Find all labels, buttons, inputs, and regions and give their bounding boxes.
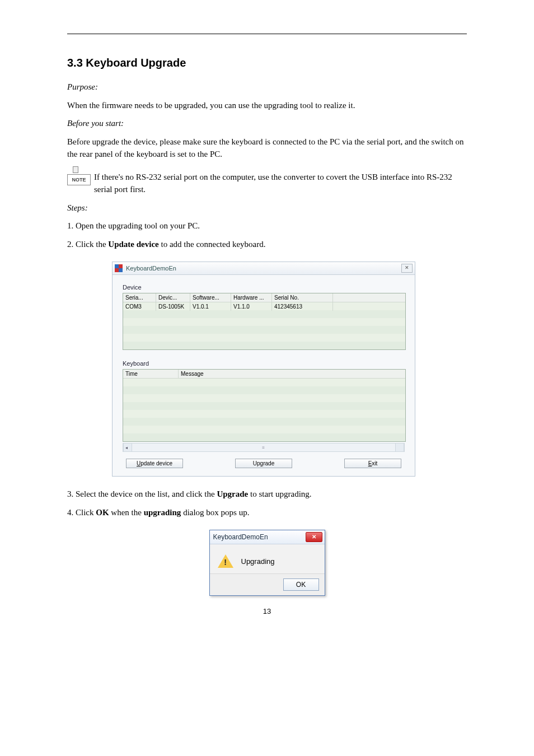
update-device-button[interactable]: Update device <box>126 459 183 468</box>
step1-num: 1. <box>67 221 73 230</box>
button-row: Update device Upgrade Exit <box>123 459 405 468</box>
step3-suffix: to start upgrading. <box>248 489 311 498</box>
col-hardware[interactable]: Hardware ... <box>231 293 272 302</box>
scroll-grip-icon[interactable]: ≡ <box>262 445 265 450</box>
step2-btn: Update device <box>108 240 158 249</box>
warning-icon: ! <box>218 554 233 568</box>
horizontal-scrollbar[interactable]: ◂ ≡ ▸ <box>123 443 405 452</box>
step-1: 1. Open the upgrading tool on your PC. <box>67 220 467 232</box>
device-row-empty <box>123 334 405 342</box>
dialog-message: Upgrading <box>241 557 275 566</box>
cell-com: COM3 <box>123 302 156 311</box>
step3-num: 3. <box>67 489 73 498</box>
steps-label-text: Steps: <box>67 203 88 212</box>
note-block: NOTE If there's no RS-232 serial port on… <box>67 166 467 196</box>
exit-button[interactable]: Exit <box>344 459 401 468</box>
close-icon[interactable]: ✕ <box>401 264 413 273</box>
cell-spacer <box>333 305 405 307</box>
dialog-ok-button[interactable]: OK <box>283 578 319 591</box>
col-time[interactable]: Time <box>123 370 179 378</box>
upgrade-pre: Up <box>253 460 260 466</box>
keyboard-row-empty <box>123 433 405 441</box>
scroll-right-icon[interactable]: ▸ <box>400 445 402 450</box>
step2-prefix: Click the <box>76 240 108 249</box>
keyboard-row-empty <box>123 426 405 433</box>
keyboard-row-empty <box>123 386 405 394</box>
step2-suffix: to add the connected keyboard. <box>159 240 266 249</box>
scroll-left-icon[interactable]: ◂ <box>125 445 128 450</box>
keyboard-row-empty <box>123 379 405 386</box>
cell-hw: V1.1.0 <box>231 302 272 311</box>
keyboard-row-empty <box>123 394 405 402</box>
cell-sn: 412345613 <box>272 302 333 311</box>
steps-label: Steps: <box>67 202 467 214</box>
step4-num: 4. <box>67 508 73 517</box>
step1-text: Open the upgrading tool on your PC. <box>76 221 200 230</box>
section-heading: 3.3 Keyboard Upgrade <box>67 57 467 69</box>
keyboard-row-empty <box>123 410 405 418</box>
device-row-empty <box>123 342 405 349</box>
purpose-line: Purpose: <box>67 81 467 94</box>
keyboard-label: Keyboard <box>123 360 405 367</box>
dialog-footer: OK <box>210 573 325 595</box>
step3-btn: Upgrade <box>217 489 248 498</box>
upgrade-rest: rade <box>263 460 274 466</box>
device-row-empty <box>123 310 405 318</box>
cell-sw: V1.0.1 <box>190 302 231 311</box>
step4-mid: when the <box>109 508 144 517</box>
step-4: 4. Click OK when the upgrading dialog bo… <box>67 506 467 519</box>
header-rule <box>67 34 467 34</box>
step3-prefix: Select the device on the list, and click… <box>76 489 217 498</box>
keyboard-grid: Time Message <box>123 369 406 442</box>
device-grid-header: Seria... Devic... Software... Hardware .… <box>123 293 405 302</box>
note-text: If there's no RS-232 serial port on the … <box>94 166 467 196</box>
col-software[interactable]: Software... <box>190 293 231 302</box>
dialog-close-icon[interactable]: ✕ <box>306 532 322 542</box>
col-device[interactable]: Devic... <box>156 293 190 302</box>
upgrading-dialog: KeyboardDemoEn ✕ ! Upgrading OK <box>209 530 325 596</box>
device-row[interactable]: COM3 DS-1005K V1.0.1 V1.1.0 412345613 <box>123 302 405 310</box>
dialog-titlebar: KeyboardDemoEn ✕ <box>210 530 325 544</box>
keyboard-row-empty <box>123 418 405 426</box>
purpose-label: Purpose: <box>67 82 98 91</box>
exit-rest: xit <box>372 460 377 466</box>
col-serial[interactable]: Seria... <box>123 293 156 302</box>
device-grid: Seria... Devic... Software... Hardware .… <box>123 293 406 350</box>
page-number: 13 <box>67 607 467 615</box>
window-body: Device Seria... Devic... Software... Har… <box>113 275 415 476</box>
before-heading-text: Before you start: <box>67 119 124 128</box>
cell-model: DS-1005K <box>156 302 190 311</box>
step-2: 2. Click the Update device to add the co… <box>67 238 467 251</box>
col-spacer <box>333 293 405 302</box>
titlebar: KeyboardDemoEn ✕ <box>113 262 415 275</box>
note-icon: NOTE <box>67 166 90 185</box>
dialog-title: KeyboardDemoEn <box>212 533 306 541</box>
upgrade-button[interactable]: Upgrade <box>235 459 292 468</box>
keyboard-grid-header: Time Message <box>123 370 405 379</box>
device-row-empty <box>123 326 405 334</box>
dialog-body: ! Upgrading <box>210 544 325 573</box>
step4-dialog-name: upgrading <box>144 508 181 517</box>
before-text: Before upgrade the device, please make s… <box>67 136 467 161</box>
app-icon <box>115 264 123 272</box>
before-heading: Before you start: <box>67 117 467 130</box>
col-serialno[interactable]: Serial No. <box>272 293 333 302</box>
keyboard-row-empty <box>123 402 405 410</box>
step-3: 3. Select the device on the list, and cl… <box>67 488 467 501</box>
purpose-text: When the firmware needs to be upgraded, … <box>67 99 467 112</box>
update-rest: pdate device <box>140 460 172 466</box>
step4-btn: OK <box>96 508 109 517</box>
device-row-empty <box>123 318 405 326</box>
step4-suffix: dialog box pops up. <box>181 508 249 517</box>
warning-bang: ! <box>224 558 227 567</box>
window-title: KeyboardDemoEn <box>126 265 401 272</box>
note-icon-label: NOTE <box>67 174 91 185</box>
device-label: Device <box>123 284 405 291</box>
step2-num: 2. <box>67 240 73 249</box>
step4-prefix: Click <box>76 508 96 517</box>
app-window: KeyboardDemoEn ✕ Device Seria... Devic..… <box>112 262 415 477</box>
col-message[interactable]: Message <box>179 370 405 378</box>
